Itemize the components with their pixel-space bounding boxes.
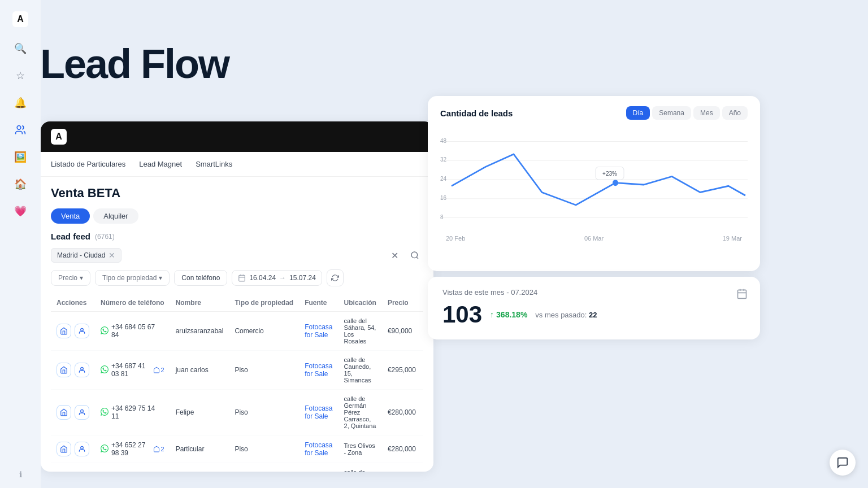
search-submit-icon[interactable] <box>406 247 423 264</box>
time-dia[interactable]: Día <box>626 106 650 120</box>
home-action-icon[interactable] <box>57 324 71 338</box>
cell-fecha: 15.07.2024 <box>422 312 423 351</box>
nav-leadmagnet[interactable]: Lead Magnet <box>139 158 182 171</box>
col-phone: Número de teléfono <box>95 294 170 312</box>
cell-fecha: 15.07.2024 <box>422 463 423 472</box>
nav-smartlinks[interactable]: SmartLinks <box>196 158 232 171</box>
toggle-group: Venta Alquiler <box>51 208 423 224</box>
chat-bubble[interactable] <box>830 450 856 476</box>
svg-point-5 <box>81 409 84 412</box>
person-action-icon[interactable] <box>75 324 89 338</box>
chart-svg: 48 32 24 16 8 +23% <box>440 129 748 230</box>
svg-text:8: 8 <box>440 213 444 220</box>
panel-nav: Listado de Particulares Lead Magnet Smar… <box>41 152 433 177</box>
filters-row: Precio ▾ Tipo de propiedad ▾ Con teléfon… <box>51 269 423 286</box>
cell-ubicacion: calle del Sáhara, 54, Los Rosales <box>338 312 382 351</box>
fuente-link[interactable]: Fotocasa for Sale <box>305 362 332 378</box>
cell-tipo: Piso <box>229 435 299 463</box>
cell-precio: €280,000 <box>382 435 422 463</box>
cell-ubicacion: calle de Germán Pérez Carrasco, 2, Quint… <box>338 390 382 435</box>
home-sidebar-icon[interactable]: 🏠 <box>9 173 32 195</box>
chart-panel: Cantidad de leads Día Semana Mes Año 48 … <box>428 96 760 271</box>
cell-fuente: Fotocasa for Sale <box>299 351 338 390</box>
home-action-icon[interactable] <box>57 405 71 420</box>
cell-fecha: 15.07.2024 <box>422 435 423 463</box>
cell-fuente: Fotocasa for Sale <box>299 435 338 463</box>
col-tipo: Tipo de propiedad <box>229 294 299 312</box>
cell-ubicacion: calle de Bocángel, 24, Fuente del Berro <box>338 463 382 472</box>
up-arrow: ↑ <box>490 310 494 319</box>
phone-number: +34 629 75 14 11 <box>111 404 164 420</box>
svg-point-6 <box>81 446 84 449</box>
fuente-link[interactable]: Fotocasa for Sale <box>305 323 332 339</box>
bell-sidebar-icon[interactable]: 🔔 <box>9 91 32 114</box>
cell-fuente: Fotocasa for Sale <box>299 312 338 351</box>
col-acciones: Acciones <box>51 294 95 312</box>
person-action-icon[interactable] <box>75 442 89 456</box>
sidebar: A 🔍 ☆ 🔔 🖼️ 🏠 💗 ℹ <box>0 0 41 488</box>
svg-text:48: 48 <box>440 137 446 144</box>
calendar-icon[interactable] <box>736 288 748 302</box>
date-from: 16.04.24 <box>249 274 276 282</box>
person-action-icon[interactable] <box>75 363 89 377</box>
svg-point-4 <box>81 367 84 370</box>
col-fecha: Fecha de creación del lead <box>422 294 423 312</box>
whatsapp-icon <box>101 326 108 336</box>
time-anio[interactable]: Año <box>722 106 748 120</box>
person-action-icon[interactable] <box>75 405 89 420</box>
stats-panel: Vistas de este mes - 07.2024 103 ↑ 368.1… <box>428 277 760 339</box>
venta-toggle[interactable]: Venta <box>51 208 90 224</box>
alquiler-toggle[interactable]: Alquiler <box>93 208 138 224</box>
svg-point-3 <box>81 328 84 331</box>
phone-number: +34 687 41 03 81 <box>111 362 150 378</box>
svg-text:+23%: +23% <box>602 170 617 177</box>
stats-vs: vs mes pasado: 22 <box>535 311 597 319</box>
table-row: +34 629 75 14 11 FelipePisoFotocasa for … <box>51 390 423 435</box>
section-title: Venta BETA <box>51 186 423 201</box>
cell-tipo: Comercio <box>229 312 299 351</box>
fuente-link[interactable]: Fotocasa for Sale <box>305 441 332 457</box>
home-action-icon[interactable] <box>57 442 71 456</box>
nav-listado[interactable]: Listado de Particulares <box>51 158 125 171</box>
svg-point-0 <box>17 126 21 130</box>
time-mes[interactable]: Mes <box>693 106 720 120</box>
change-pct: 368.18% <box>496 310 527 319</box>
x-label-3: 19 Mar <box>723 235 742 242</box>
cell-phone: +34 684 05 67 84 <box>95 312 170 351</box>
cell-tipo: Casa <box>229 463 299 472</box>
cell-acciones <box>51 312 95 351</box>
phone-filter-label: Con teléfono <box>181 274 220 282</box>
precio-filter[interactable]: Precio ▾ <box>51 270 90 286</box>
users-sidebar-icon[interactable] <box>9 119 32 141</box>
cell-phone: +34 629 75 14 11 <box>95 390 170 435</box>
tipo-filter[interactable]: Tipo de propiedad ▾ <box>95 270 170 286</box>
stats-number: 103 <box>442 301 482 328</box>
table-row: +34 684 05 67 84 aruizsaranzabalComercio… <box>51 312 423 351</box>
svg-rect-2 <box>239 275 245 281</box>
svg-text:32: 32 <box>440 156 446 163</box>
search-tag-remove[interactable]: ✕ <box>108 251 115 260</box>
home-action-icon[interactable] <box>57 363 71 377</box>
cell-ubicacion: calle de Caunedo, 15, Simancas <box>338 351 382 390</box>
fuente-link[interactable]: Fotocasa for Sale <box>305 404 332 420</box>
refresh-icon[interactable] <box>327 269 344 286</box>
cell-tipo: Piso <box>229 390 299 435</box>
table-row: +34 636 61 05 79 2 guillermo barriosCasa… <box>51 463 423 472</box>
star-sidebar-icon[interactable]: ☆ <box>9 64 32 87</box>
date-to: 15.07.24 <box>289 274 316 282</box>
cell-name: Felipe <box>170 390 229 435</box>
search-tag: Madrid - Ciudad ✕ <box>51 248 121 263</box>
action-icons <box>57 324 89 338</box>
phone-cell: +34 687 41 03 81 2 <box>101 362 164 378</box>
heart-sidebar-icon[interactable]: 💗 <box>9 200 32 223</box>
phone-cell: +34 652 27 98 39 2 <box>101 441 164 457</box>
image-sidebar-icon[interactable]: 🖼️ <box>9 146 32 168</box>
lead-feed-title: Lead feed <box>51 232 90 241</box>
cell-fuente: Fotocasa for Sale <box>299 390 338 435</box>
search-sidebar-icon[interactable]: 🔍 <box>9 37 32 60</box>
time-semana[interactable]: Semana <box>652 106 691 120</box>
date-filter[interactable]: 16.04.24 → 15.07.24 <box>232 270 322 286</box>
search-bar: Madrid - Ciudad ✕ ✕ <box>51 247 423 264</box>
clear-search-icon[interactable]: ✕ <box>386 247 403 264</box>
search-actions: ✕ <box>386 247 423 264</box>
